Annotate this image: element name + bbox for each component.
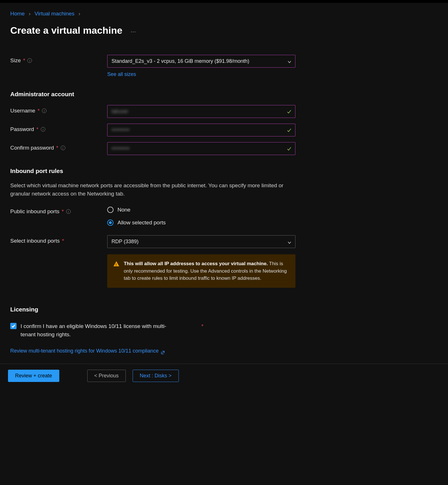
chevron-down-icon [287, 59, 292, 63]
radio-allow-label: Allow selected ports [117, 219, 166, 227]
info-icon[interactable]: i [27, 58, 32, 63]
radio-icon [107, 220, 113, 226]
size-value: Standard_E2s_v3 - 2 vcpus, 16 GiB memory… [112, 57, 249, 65]
size-label: Size [10, 57, 21, 65]
confirm-password-value: •••••••••• [112, 145, 129, 152]
info-icon[interactable]: i [66, 209, 71, 214]
required-icon: * [201, 322, 203, 331]
required-icon: * [56, 144, 58, 152]
licensing-heading: Licensing [10, 305, 438, 314]
licensing-checkbox-label: I confirm I have an eligible Windows 10/… [21, 322, 180, 339]
required-icon: * [62, 237, 64, 245]
username-field[interactable]: labuser [107, 105, 295, 118]
licensing-review-link[interactable]: Review multi-tenant hosting rights for W… [10, 347, 165, 355]
required-icon: * [23, 57, 25, 65]
next-disks-button[interactable]: Next : Disks > [133, 370, 179, 382]
radio-icon [107, 207, 113, 213]
username-label: Username [10, 107, 35, 115]
licensing-link-text: Review multi-tenant hosting rights for W… [10, 347, 159, 355]
warning-bold: This will allow all IP addresses to acce… [124, 261, 268, 266]
info-icon[interactable]: i [41, 127, 45, 132]
licensing-checkbox[interactable] [10, 323, 17, 329]
select-ports-label: Select inbound ports [10, 237, 60, 245]
password-field[interactable]: •••••••••• [107, 124, 295, 136]
check-icon [287, 146, 292, 151]
size-select[interactable]: Standard_E2s_v3 - 2 vcpus, 16 GiB memory… [107, 55, 295, 68]
review-create-button[interactable]: Review + create [8, 370, 59, 382]
radio-none-label: None [117, 206, 130, 214]
breadcrumb-home[interactable]: Home [10, 10, 25, 18]
more-actions-icon[interactable]: … [130, 26, 137, 35]
username-value: labuser [112, 108, 128, 115]
public-ports-label: Public inbound ports [10, 208, 59, 216]
confirm-password-label: Confirm password [10, 144, 54, 152]
info-icon[interactable]: i [61, 146, 65, 150]
warning-icon [113, 261, 119, 266]
footer-actions: Review + create < Previous Next : Disks … [0, 364, 448, 388]
inbound-heading: Inbound port rules [10, 166, 438, 176]
radio-allow-selected[interactable]: Allow selected ports [107, 219, 295, 227]
page-title: Create a virtual machine [10, 23, 122, 38]
check-icon [287, 109, 292, 114]
inbound-ports-value: RDP (3389) [112, 238, 139, 245]
info-icon[interactable]: i [42, 108, 46, 113]
check-icon [287, 127, 292, 132]
previous-button[interactable]: < Previous [87, 370, 126, 382]
inbound-description: Select which virtual machine network por… [10, 182, 284, 198]
see-all-sizes-link[interactable]: See all sizes [107, 71, 136, 78]
confirm-password-field[interactable]: •••••••••• [107, 142, 295, 155]
inbound-ports-select[interactable]: RDP (3389) [107, 235, 295, 248]
warning-box: This will allow all IP addresses to acce… [107, 254, 295, 288]
password-label: Password [10, 125, 34, 134]
chevron-down-icon [287, 240, 292, 244]
required-icon: * [36, 125, 38, 134]
required-icon: * [38, 107, 40, 115]
admin-heading: Administrator account [10, 90, 438, 99]
required-icon: * [62, 208, 64, 216]
chevron-right-icon: › [78, 10, 80, 18]
breadcrumb: Home › Virtual machines › [10, 10, 438, 18]
radio-none[interactable]: None [107, 206, 295, 214]
external-link-icon [161, 349, 165, 353]
password-value: •••••••••• [112, 126, 129, 134]
chevron-right-icon: › [29, 10, 31, 18]
breadcrumb-vm[interactable]: Virtual machines [35, 10, 74, 18]
